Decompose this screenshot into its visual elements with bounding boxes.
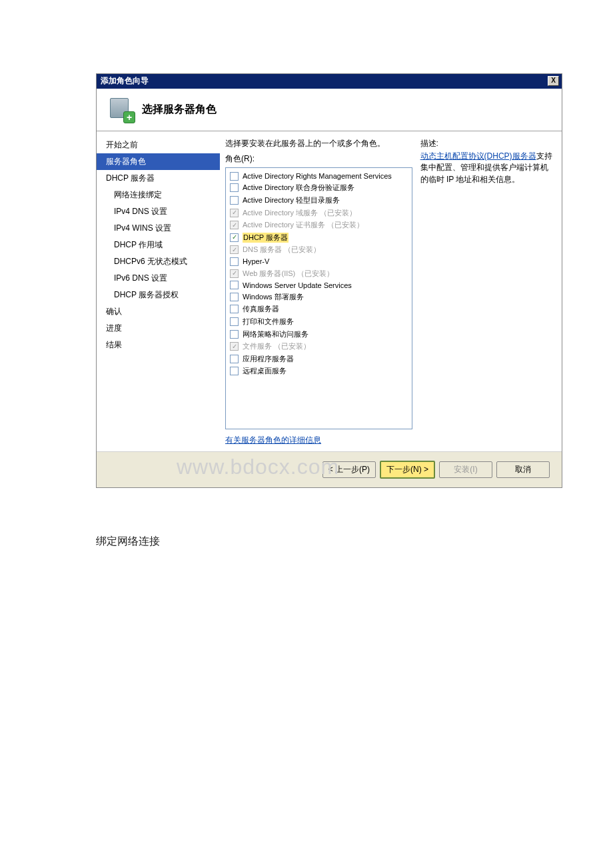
checkbox-icon[interactable] bbox=[230, 355, 239, 363]
sidebar-item[interactable]: 进度 bbox=[97, 320, 220, 337]
role-item: ✓Web 服务器(IIS) （已安装） bbox=[230, 267, 408, 280]
role-item[interactable]: Hyper-V bbox=[230, 256, 408, 267]
role-item: ✓Active Directory 域服务 （已安装） bbox=[230, 207, 408, 219]
watermark-text: www.bdocx.com bbox=[177, 455, 339, 479]
sidebar-item[interactable]: 确认 bbox=[97, 303, 220, 320]
sidebar-item[interactable]: IPv4 DNS 设置 bbox=[97, 203, 220, 220]
role-label: Hyper-V bbox=[243, 257, 269, 265]
wizard-content: 开始之前服务器角色DHCP 服务器网络连接绑定IPv4 DNS 设置IPv4 W… bbox=[97, 131, 562, 451]
add-roles-wizard-dialog: 添加角色向导 X + 选择服务器角色 开始之前服务器角色DHCP 服务器网络连接… bbox=[96, 73, 562, 488]
checkbox-icon: ✓ bbox=[230, 245, 239, 254]
sidebar-item[interactable]: 网络连接绑定 bbox=[97, 187, 220, 203]
back-button[interactable]: < 上一步(P) bbox=[322, 461, 376, 478]
role-label: Active Directory 轻型目录服务 bbox=[243, 195, 340, 205]
titlebar: 添加角色向导 X bbox=[97, 74, 562, 89]
checkbox-icon[interactable] bbox=[230, 196, 239, 205]
description-link[interactable]: 动态主机配置协议(DHCP)服务器 bbox=[420, 151, 536, 161]
role-item[interactable]: Active Directory 轻型目录服务 bbox=[230, 194, 408, 207]
checkbox-icon[interactable]: ✓ bbox=[230, 233, 239, 242]
role-label: 网络策略和访问服务 bbox=[243, 329, 308, 339]
checkbox-icon[interactable] bbox=[230, 330, 239, 339]
checkbox-icon[interactable] bbox=[230, 281, 239, 289]
install-button: 安装(I) bbox=[439, 461, 492, 478]
role-label: 传真服务器 bbox=[243, 304, 279, 314]
page-title: 选择服务器角色 bbox=[142, 103, 217, 117]
checkbox-icon[interactable] bbox=[230, 172, 239, 181]
role-item[interactable]: Active Directory 联合身份验证服务 bbox=[230, 182, 408, 195]
role-item[interactable]: Active Directory Rights Management Servi… bbox=[230, 171, 408, 182]
role-label: Active Directory Rights Management Servi… bbox=[243, 172, 392, 180]
sidebar-item[interactable]: DHCPv6 无状态模式 bbox=[97, 253, 220, 270]
plus-icon: + bbox=[123, 111, 135, 123]
checkbox-icon: ✓ bbox=[230, 209, 239, 217]
role-label: Active Directory 域服务 （已安装） bbox=[243, 208, 356, 218]
close-icon[interactable]: X bbox=[548, 76, 559, 86]
checkbox-icon[interactable] bbox=[230, 257, 239, 266]
sidebar-item[interactable]: 服务器角色 bbox=[97, 153, 220, 170]
sidebar-item[interactable]: IPv6 DNS 设置 bbox=[97, 270, 220, 287]
role-item[interactable]: Windows Server Update Services bbox=[230, 279, 408, 291]
checkbox-icon[interactable] bbox=[230, 183, 239, 192]
sidebar-item[interactable]: 开始之前 bbox=[97, 137, 220, 153]
role-item[interactable]: 传真服务器 bbox=[230, 303, 408, 316]
wizard-sidebar: 开始之前服务器角色DHCP 服务器网络连接绑定IPv4 DNS 设置IPv4 W… bbox=[97, 131, 220, 451]
instruction-text: 选择要安装在此服务器上的一个或多个角色。 bbox=[225, 138, 412, 149]
sidebar-item[interactable]: DHCP 作用域 bbox=[97, 237, 220, 253]
checkbox-icon: ✓ bbox=[230, 342, 239, 351]
role-label: DHCP 服务器 bbox=[243, 233, 289, 243]
role-label: Web 服务器(IIS) （已安装） bbox=[243, 269, 334, 279]
role-label: Active Directory 联合身份验证服务 bbox=[243, 183, 354, 193]
next-button[interactable]: 下一步(N) > bbox=[380, 461, 435, 479]
role-label: Windows Server Update Services bbox=[243, 281, 352, 289]
window-title: 添加角色向导 bbox=[101, 75, 149, 87]
role-label: Windows 部署服务 bbox=[243, 292, 304, 302]
role-label: 远程桌面服务 bbox=[243, 366, 287, 376]
role-item: ✓DNS 服务器 （已安装） bbox=[230, 244, 408, 257]
description-label: 描述: bbox=[420, 138, 554, 149]
checkbox-icon[interactable] bbox=[230, 305, 239, 313]
checkbox-icon[interactable] bbox=[230, 293, 239, 301]
role-label: Active Directory 证书服务 （已安装） bbox=[243, 220, 364, 230]
role-item[interactable]: 网络策略和访问服务 bbox=[230, 328, 408, 341]
sidebar-item[interactable]: DHCP 服务器授权 bbox=[97, 287, 220, 303]
checkbox-icon: ✓ bbox=[230, 221, 239, 229]
role-item: ✓Active Directory 证书服务 （已安装） bbox=[230, 219, 408, 231]
wizard-header: + 选择服务器角色 bbox=[97, 89, 562, 131]
sidebar-item[interactable]: DHCP 服务器 bbox=[97, 170, 220, 187]
main-panel: 选择要安装在此服务器上的一个或多个角色。 角色(R): Active Direc… bbox=[220, 131, 562, 451]
checkbox-icon: ✓ bbox=[230, 269, 239, 278]
role-label: DNS 服务器 （已安装） bbox=[243, 245, 320, 255]
checkbox-icon[interactable] bbox=[230, 317, 239, 326]
checkbox-icon[interactable] bbox=[230, 367, 239, 375]
wizard-footer: www.bdocx.com < 上一步(P) 下一步(N) > 安装(I) 取消 bbox=[97, 451, 562, 487]
role-label: 打印和文件服务 bbox=[243, 317, 294, 327]
description-text: 动态主机配置协议(DHCP)服务器支持集中配置、管理和提供客户端计算机的临时 I… bbox=[420, 151, 554, 185]
roles-label: 角色(R): bbox=[225, 153, 412, 165]
role-label: 文件服务 （已安装） bbox=[243, 341, 310, 351]
roles-listbox[interactable]: Active Directory Rights Management Servi… bbox=[225, 167, 412, 429]
role-item[interactable]: Windows 部署服务 bbox=[230, 291, 408, 303]
role-item[interactable]: 应用程序服务器 bbox=[230, 353, 408, 365]
server-role-icon: + bbox=[110, 98, 134, 122]
role-item[interactable]: ✓DHCP 服务器 bbox=[230, 231, 408, 244]
more-info-link[interactable]: 有关服务器角色的详细信息 bbox=[225, 435, 412, 446]
role-item: ✓文件服务 （已安装） bbox=[230, 340, 408, 353]
role-label: 应用程序服务器 bbox=[243, 354, 294, 364]
sidebar-item[interactable]: 结果 bbox=[97, 337, 220, 353]
page-caption: 绑定网络连接 bbox=[96, 535, 562, 549]
role-item[interactable]: 远程桌面服务 bbox=[230, 365, 408, 378]
role-item[interactable]: 打印和文件服务 bbox=[230, 315, 408, 328]
cancel-button[interactable]: 取消 bbox=[496, 461, 550, 478]
sidebar-item[interactable]: IPv4 WINS 设置 bbox=[97, 220, 220, 237]
